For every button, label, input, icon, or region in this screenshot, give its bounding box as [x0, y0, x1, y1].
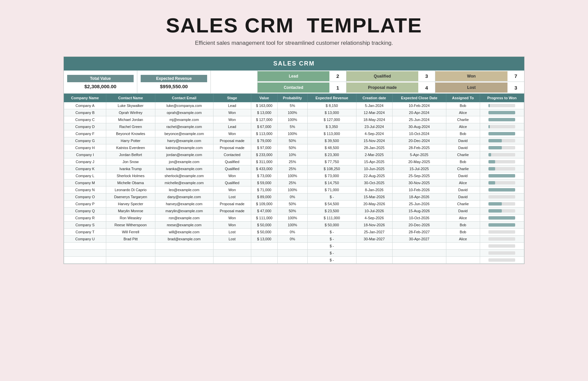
table-cell: Lead [213, 123, 251, 130]
table-cell: ivanka@example.com [155, 165, 213, 172]
col-header-probability: Probability [277, 94, 307, 102]
total-value-kpi: Total Value $2,308,000.00 [64, 71, 137, 93]
stage-label: Proposal made [346, 83, 418, 93]
table-cell: Company N [64, 186, 106, 194]
table-cell: marylin@example.com [155, 208, 213, 215]
col-header-contact-name: Contact Name [106, 94, 155, 102]
table-cell: Ron Weasley [106, 215, 155, 222]
table-row: $ - [64, 243, 524, 250]
table-cell: Company T [64, 229, 106, 236]
table-cell [480, 144, 524, 151]
table-row: Company IJordan Belfortjordan@example.co… [64, 151, 524, 158]
table-row: Company NLeonardo Di Caprioleo@example.c… [64, 186, 524, 194]
table-row: Company BOprah Winfreyoprah@example.comW… [64, 109, 524, 116]
table-cell: Charlie [446, 116, 480, 123]
table-cell: Lead [213, 102, 251, 109]
table-cell [480, 186, 524, 194]
table-cell: jordan@example.com [155, 151, 213, 158]
table-cell: $ 108,250 [307, 165, 356, 172]
table-cell: Company L [64, 172, 106, 179]
table-cell [106, 257, 155, 264]
table-cell [356, 257, 392, 264]
table-cell: ron@example.com [155, 215, 213, 222]
crm-container: SALES CRM Total Value $2,308,000.00 Expe… [63, 56, 525, 264]
table-cell: Company J [64, 158, 106, 165]
table-cell: 22-Aug-2025 [356, 172, 392, 179]
table-cell: 10-Jun-2025 [356, 165, 392, 172]
table-cell: Company S [64, 222, 106, 229]
table-cell: Alice [446, 179, 480, 186]
table-row: Company CMichael Jordanmj@example.comWon… [64, 116, 524, 123]
table-cell: Bob [446, 102, 480, 109]
table-cell: Oprah Winfrey [106, 109, 155, 116]
table-cell: Won [213, 186, 251, 194]
table-cell: 4-Sep-2026 [356, 215, 392, 222]
table-cell: Bob [446, 130, 480, 137]
table-cell: $ 73,000 [251, 172, 277, 179]
table-cell: dany@example.com [155, 194, 213, 201]
table-cell [480, 116, 524, 123]
table-cell [480, 158, 524, 165]
table-cell [213, 250, 251, 257]
table-cell: 100% [277, 116, 307, 123]
table-cell: Alice [446, 109, 480, 116]
table-cell [155, 243, 213, 250]
table-cell: $ 23,300 [307, 151, 356, 158]
table-cell: Company R [64, 215, 106, 222]
table-cell: $ 13,000 [307, 109, 356, 116]
stage-count: 7 [507, 71, 524, 82]
table-row: Company DRachel Greenrachel@example.comL… [64, 123, 524, 130]
table-cell: Charlie [446, 165, 480, 172]
table-cell [480, 137, 524, 144]
table-cell: Lost [213, 236, 251, 243]
table-cell: Lost [213, 229, 251, 236]
table-cell: 50% [277, 201, 307, 208]
table-cell: Leonardo Di Caprio [106, 186, 155, 194]
table-cell: Company C [64, 116, 106, 123]
table-cell [480, 236, 524, 243]
table-cell: Ivanka Trump [106, 165, 155, 172]
table-cell: Lost [213, 194, 251, 201]
table-cell: Won [213, 109, 251, 116]
title-part1: SALES CRM [166, 14, 294, 37]
table-cell: 30-Mar-2027 [356, 236, 392, 243]
table-cell [480, 229, 524, 236]
table-cell: David [446, 144, 480, 151]
table-row: Company MMichelle Obamamichelle@example.… [64, 179, 524, 186]
table-cell [106, 243, 155, 250]
table-cell: $ - [307, 257, 356, 264]
table-cell: Harvey Specter [106, 201, 155, 208]
table-cell: 0% [277, 194, 307, 201]
table-cell: $ 97,000 [251, 144, 277, 151]
table-cell [480, 123, 524, 130]
table-row: Company PHarvey Specterharvey@example.co… [64, 201, 524, 208]
table-cell: $ 39,500 [307, 137, 356, 144]
table-cell: Jon Snow [106, 158, 155, 165]
table-cell: 50% [277, 137, 307, 144]
stage-label: Lead [258, 71, 329, 81]
table-cell [392, 250, 446, 257]
table-cell [356, 243, 392, 250]
table-cell: Company B [64, 109, 106, 116]
table-cell: Charlie [446, 201, 480, 208]
table-cell: Katniss Everdeen [106, 144, 155, 151]
table-cell: will@example.com [155, 229, 213, 236]
table-cell: $ 71,000 [307, 186, 356, 194]
table-cell: 15-Nov-2024 [356, 137, 392, 144]
table-cell [251, 257, 277, 264]
table-cell: 12-Mar-2024 [356, 109, 392, 116]
stage-count: 2 [329, 71, 346, 82]
col-header-contact-email: Contact Email [155, 94, 213, 102]
table-cell [480, 257, 524, 264]
table-cell [277, 250, 307, 257]
table-cell: 20-May-2026 [356, 201, 392, 208]
table-cell: David [446, 137, 480, 144]
table-cell [480, 165, 524, 172]
table-cell: 4-Sep-2024 [356, 130, 392, 137]
total-value-label: Total Value [67, 75, 134, 82]
table-cell: 100% [277, 222, 307, 229]
table-cell: $ - [307, 194, 356, 201]
table-cell: Beyoncé Knowles [106, 130, 155, 137]
table-cell: Contacted [213, 151, 251, 158]
table-row: Company ALuke Skywalkerluke@companya.com… [64, 102, 524, 109]
